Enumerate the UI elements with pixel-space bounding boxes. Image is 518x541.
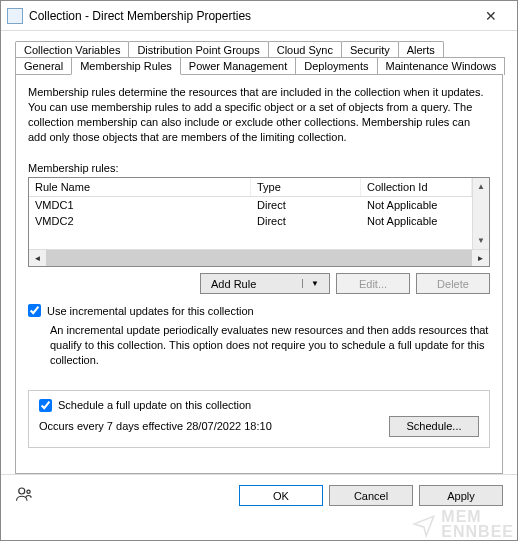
scroll-left-icon[interactable]: ◄	[29, 250, 46, 267]
delete-button: Delete	[416, 273, 490, 294]
horizontal-scrollbar[interactable]: ◄ ►	[29, 249, 489, 266]
tab-panel-membership-rules: Membership rules determine the resources…	[15, 74, 503, 474]
rules-label: Membership rules:	[28, 162, 490, 174]
dialog-footer: OK Cancel Apply	[1, 474, 517, 516]
add-rule-label: Add Rule	[211, 278, 256, 290]
cancel-button[interactable]: Cancel	[329, 485, 413, 506]
cell-rule-name: VMDC2	[29, 213, 251, 229]
col-collection-id[interactable]: Collection Id	[361, 178, 472, 196]
tab-deployments[interactable]: Deployments	[295, 57, 377, 75]
tab-cloud-sync[interactable]: Cloud Sync	[268, 41, 342, 58]
titlebar: Collection - Direct Membership Propertie…	[1, 1, 517, 31]
incremental-checkbox[interactable]	[28, 304, 41, 317]
vertical-scrollbar[interactable]: ▲ ▼	[472, 178, 489, 249]
rules-grid[interactable]: Rule Name Type Collection Id VMDC1 Direc…	[28, 177, 490, 267]
tab-general[interactable]: General	[15, 57, 72, 75]
schedule-label: Schedule a full update on this collectio…	[58, 399, 251, 411]
incremental-label: Use incremental updates for this collect…	[47, 305, 254, 317]
scroll-track[interactable]	[46, 250, 472, 266]
svg-point-0	[19, 488, 25, 494]
scroll-right-icon[interactable]: ►	[472, 250, 489, 267]
panel-description: Membership rules determine the resources…	[28, 85, 490, 144]
col-type[interactable]: Type	[251, 178, 361, 196]
tab-alerts[interactable]: Alerts	[398, 41, 444, 58]
cell-type: Direct	[251, 197, 361, 213]
cell-rule-name: VMDC1	[29, 197, 251, 213]
scroll-up-icon[interactable]: ▲	[473, 178, 489, 195]
schedule-button[interactable]: Schedule...	[389, 416, 479, 437]
table-row[interactable]: VMDC2 Direct Not Applicable	[29, 213, 472, 229]
chevron-down-icon: ▼	[302, 279, 319, 288]
close-button[interactable]: ✕	[471, 2, 511, 30]
schedule-checkbox[interactable]	[39, 399, 52, 412]
apply-button[interactable]: Apply	[419, 485, 503, 506]
schedule-occurs-text: Occurs every 7 days effective 28/07/2022…	[39, 420, 272, 432]
cell-collection-id: Not Applicable	[361, 197, 472, 213]
cell-collection-id: Not Applicable	[361, 213, 472, 229]
tab-distribution-point-groups[interactable]: Distribution Point Groups	[128, 41, 268, 58]
tab-security[interactable]: Security	[341, 41, 399, 58]
add-rule-button[interactable]: Add Rule ▼	[200, 273, 330, 294]
window-title: Collection - Direct Membership Propertie…	[29, 9, 471, 23]
scroll-down-icon[interactable]: ▼	[473, 232, 489, 249]
tab-membership-rules[interactable]: Membership Rules	[71, 57, 181, 75]
incremental-description: An incremental update periodically evalu…	[50, 323, 490, 368]
ok-button[interactable]: OK	[239, 485, 323, 506]
user-icon	[15, 485, 33, 507]
cell-type: Direct	[251, 213, 361, 229]
table-row[interactable]: VMDC1 Direct Not Applicable	[29, 197, 472, 213]
tab-strip: Collection Variables Distribution Point …	[15, 41, 503, 474]
grid-header: Rule Name Type Collection Id	[29, 178, 472, 197]
watermark-line2: ENNBEE	[441, 525, 514, 539]
svg-point-1	[27, 490, 30, 493]
schedule-group: Schedule a full update on this collectio…	[28, 390, 490, 448]
app-icon	[7, 8, 23, 24]
edit-button: Edit...	[336, 273, 410, 294]
col-rule-name[interactable]: Rule Name	[29, 178, 251, 196]
tab-collection-variables[interactable]: Collection Variables	[15, 41, 129, 58]
tab-power-management[interactable]: Power Management	[180, 57, 296, 75]
tab-maintenance-windows[interactable]: Maintenance Windows	[377, 57, 506, 75]
